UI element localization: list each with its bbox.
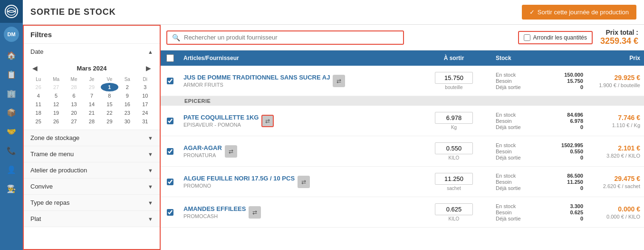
prod-name-pate_coquillette[interactable]: PATE COQUILLETTE 1KG: [183, 114, 259, 121]
main-area: SORTIE DE STOCK ✓ Sortir cette journée d…: [23, 0, 644, 250]
prod-name-algue_nori[interactable]: ALGUE FEUILLE NORI 17.5G / 10 PCS: [183, 175, 295, 182]
prod-name-agar_agar[interactable]: AGAR-AGAR: [183, 144, 222, 151]
prod-checkbox-agar_agar[interactable]: [167, 148, 173, 155]
prod-qty-cell: sachet: [416, 171, 492, 193]
cal-day[interactable]: 30: [118, 117, 136, 126]
cal-day[interactable]: 14: [83, 100, 100, 109]
cal-day[interactable]: 26: [29, 83, 47, 91]
swap-button-jus_pomme[interactable]: ⇄: [333, 75, 345, 87]
cal-day[interactable]: 31: [136, 117, 154, 126]
qty-input-algue_nori[interactable]: [435, 173, 473, 185]
cal-day[interactable]: 21: [83, 109, 100, 117]
stock-line-en-stock: En stock 86.500: [496, 173, 583, 179]
cal-day[interactable]: 2: [118, 83, 136, 91]
cal-header-ve: Ve: [101, 76, 118, 83]
filter-header-convive[interactable]: Convive ▼: [24, 179, 160, 194]
cal-day[interactable]: 8: [101, 91, 118, 100]
user-avatar[interactable]: DM: [4, 27, 19, 42]
prod-checkbox-algue_nori[interactable]: [167, 179, 173, 185]
cal-day[interactable]: 28: [83, 117, 100, 126]
nav-home-icon[interactable]: 🏠: [3, 47, 20, 64]
cal-day[interactable]: 6: [65, 91, 83, 100]
filter-header-trame_menu[interactable]: Trame de menu ▼: [24, 146, 160, 162]
cal-prev-button[interactable]: ◀: [29, 63, 40, 73]
cal-day[interactable]: 27: [65, 117, 83, 126]
table-row: AMANDES EFFILEES PROMOCASH ⇄ KILO En sto…: [161, 197, 644, 228]
cal-day[interactable]: 25: [29, 117, 47, 126]
cal-day[interactable]: 26: [47, 117, 65, 126]
cal-day[interactable]: 29: [83, 83, 100, 91]
table-area: Articles/Fournisseur À sortir Stock Prix…: [161, 50, 644, 250]
prod-qty-cell: Kg: [416, 110, 492, 132]
nav-phone-icon[interactable]: 📞: [3, 142, 20, 159]
cal-day[interactable]: 12: [47, 100, 65, 109]
qty-input-pate_coquillette[interactable]: [435, 112, 473, 124]
cal-header-lu: Lu: [29, 76, 47, 83]
cal-day[interactable]: 15: [101, 100, 118, 109]
cal-day[interactable]: 23: [118, 109, 136, 117]
select-all-checkbox[interactable]: [166, 54, 174, 62]
cal-day[interactable]: 19: [47, 109, 65, 117]
cal-day[interactable]: 17: [136, 100, 154, 109]
nav-box-icon[interactable]: 📦: [3, 104, 20, 121]
cal-day[interactable]: 28: [65, 83, 83, 91]
cal-day[interactable]: 29: [101, 117, 118, 126]
stock-label-besoin: Besoin: [496, 78, 512, 84]
nav-menu-icon[interactable]: 📋: [3, 66, 20, 83]
swap-button-amandes[interactable]: ⇄: [249, 206, 261, 219]
cal-day[interactable]: 4: [29, 91, 47, 100]
cal-header-di: Di: [136, 76, 154, 83]
filter-header-plat[interactable]: Plat ▼: [24, 211, 160, 227]
prod-stock-cell: En stock 1502.995 Besoin 0.550 Déjà sort…: [492, 140, 587, 162]
cal-day[interactable]: 13: [65, 100, 83, 109]
cal-day[interactable]: 24: [136, 109, 154, 117]
cal-day[interactable]: 10: [136, 91, 154, 100]
price-total-amandes: 0.000 €: [591, 205, 640, 213]
qty-input-jus_pomme[interactable]: [435, 72, 473, 84]
prod-name-amandes[interactable]: AMANDES EFFILEES: [183, 205, 246, 212]
sortir-button[interactable]: ✓ Sortir cette journée de production: [522, 5, 636, 20]
table-row: PATE COQUILLETTE 1KG EPISAVEUR - POMONA …: [161, 106, 644, 136]
cal-next-button[interactable]: ▶: [143, 63, 154, 73]
cal-day[interactable]: 16: [118, 100, 136, 109]
cal-day[interactable]: 3: [136, 83, 154, 91]
qty-input-amandes[interactable]: [435, 203, 473, 215]
content-row: Filtres Date ▲ ◀ Mars 2024 ▶: [23, 25, 644, 250]
calendar: ◀ Mars 2024 ▶ Lu Ma Me Je Ve S: [24, 60, 160, 130]
filter-arrow-icon-trame_menu: ▼: [148, 151, 153, 157]
qty-input-agar_agar[interactable]: [435, 142, 473, 154]
swap-button-algue_nori[interactable]: ⇄: [298, 176, 310, 188]
stock-label-deja-sortie: Déjà sortie: [496, 84, 521, 90]
stock-value-besoin-amandes: 0.625: [570, 210, 583, 215]
cal-day[interactable]: 5: [47, 91, 65, 100]
prod-checkbox-amandes[interactable]: [167, 209, 173, 216]
date-filter-header[interactable]: Date ▲: [24, 44, 160, 60]
app-logo[interactable]: [0, 0, 23, 23]
prod-checkbox-pate_coquillette[interactable]: [167, 118, 173, 124]
nav-chef-icon[interactable]: 👨‍🍳: [3, 180, 20, 197]
qty-unit-agar_agar: KILO: [449, 155, 460, 160]
prod-checkbox-jus_pomme[interactable]: [167, 78, 173, 84]
filter-header-type_repas[interactable]: Type de repas ▼: [24, 195, 160, 210]
prod-qty-cell: KILO: [416, 201, 492, 223]
cal-day[interactable]: 22: [101, 109, 118, 117]
prod-details: JUS DE POMME TRADITIONNEL SANS SUCRE AJ …: [183, 74, 330, 88]
nav-user-icon[interactable]: 👤: [3, 161, 20, 178]
cal-day[interactable]: 18: [29, 109, 47, 117]
cal-day[interactable]: 27: [47, 83, 65, 91]
cal-day[interactable]: 1: [101, 83, 118, 91]
filter-header-zone_stockage[interactable]: Zone de stockage ▼: [24, 130, 160, 146]
nav-building-icon[interactable]: 🏢: [3, 85, 20, 102]
cal-day[interactable]: 20: [65, 109, 83, 117]
swap-button-agar_agar[interactable]: ⇄: [225, 145, 237, 158]
swap-button-pate_coquillette[interactable]: ⇄: [261, 115, 274, 127]
filter-header-atelier_production[interactable]: Atelier de production ▼: [24, 162, 160, 178]
nav-handshake-icon[interactable]: 🤝: [3, 123, 20, 140]
cal-day[interactable]: 7: [83, 91, 100, 100]
cal-day[interactable]: 11: [29, 100, 47, 109]
prod-name-jus_pomme[interactable]: JUS DE POMME TRADITIONNEL SANS SUCRE AJ: [183, 74, 330, 81]
arrondir-checkbox[interactable]: [524, 34, 530, 41]
cal-day[interactable]: 9: [118, 91, 136, 100]
prod-stock-cell: En stock 3.300 Besoin 0.625 Déjà sortie …: [492, 201, 587, 223]
search-input[interactable]: [184, 34, 398, 41]
